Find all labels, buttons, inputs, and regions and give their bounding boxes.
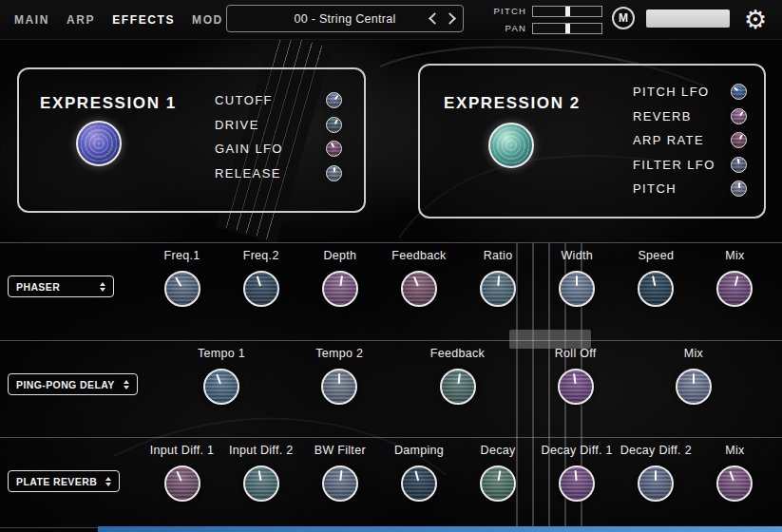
knob-group-feedback: Feedback (376, 249, 462, 307)
expression-param-label: DRIVE (215, 118, 259, 132)
tab-main[interactable]: MAIN (6, 13, 58, 27)
knob-mix[interactable] (676, 369, 712, 405)
knob-group-tempo-1: Tempo 1 (179, 347, 264, 405)
knob-label: Decay (455, 444, 541, 457)
knob-decay-diff-1[interactable] (559, 466, 595, 502)
preset-prev-icon[interactable] (429, 12, 441, 25)
knob-pointer (731, 156, 748, 173)
pitch-slider[interactable] (532, 6, 602, 17)
effect-selector-phaser[interactable]: PHASER (8, 276, 114, 297)
knob-group-speed: Speed (613, 249, 698, 307)
knob-decay[interactable] (480, 466, 516, 502)
knob-freq-1[interactable] (164, 271, 200, 307)
expression-param-row: DRIVE (215, 113, 342, 138)
knob-tempo-1[interactable] (203, 369, 239, 405)
knob-pointer (322, 271, 358, 307)
preset-next-icon[interactable] (444, 12, 456, 25)
expression-param-label: RELEASE (215, 166, 281, 180)
knob-bw-filter[interactable] (322, 466, 358, 502)
knob-pointer (715, 269, 754, 308)
mini-knob-arp-rate[interactable] (731, 132, 747, 148)
knob-label: Width (534, 249, 620, 262)
knob-label: Feedback (376, 249, 462, 262)
mini-knob-pitch-lfo[interactable] (731, 84, 747, 100)
expression-param-label: REVERB (633, 109, 692, 124)
knob-freq-2[interactable] (243, 271, 279, 307)
knob-feedback[interactable] (401, 271, 437, 307)
knob-group-damping: Damping (376, 444, 462, 502)
knob-speed[interactable] (638, 271, 674, 307)
effect-selector-ping-pong-delay[interactable]: PING-PONG DELAY (8, 373, 138, 395)
effect-selector-label: PHASER (16, 281, 60, 293)
knob-roll-off[interactable] (558, 369, 594, 405)
expression-param-label: PITCH (633, 181, 677, 196)
knob-pointer (161, 463, 203, 505)
pan-slider-handle[interactable] (565, 24, 570, 33)
knob-pointer (557, 369, 593, 405)
expression-2-knob[interactable] (488, 123, 534, 168)
tab-arp[interactable]: ARP (58, 13, 104, 27)
knob-label: Tempo 2 (296, 347, 382, 360)
knob-tempo-2[interactable] (321, 369, 357, 405)
knob-width[interactable] (559, 271, 595, 307)
knob-pointer (729, 82, 749, 102)
knob-group-feedback: Feedback (415, 347, 501, 405)
expression-param-label: ARP RATE (633, 133, 704, 147)
knob-pointer (639, 467, 672, 500)
knob-label: Mix (651, 347, 736, 360)
knob-label: Ratio (455, 249, 541, 262)
bottom-scrollbar[interactable] (98, 526, 782, 532)
preset-selector[interactable]: 00 - String Central (226, 5, 464, 32)
master-level-slider[interactable] (646, 10, 730, 28)
mini-knob-drive[interactable] (326, 117, 342, 133)
knob-pointer (439, 369, 475, 405)
settings-gear-icon[interactable]: ⚙ (744, 1, 767, 39)
knob-group-decay-diff-2: Decay Diff. 2 (613, 444, 698, 502)
knob-mix[interactable] (716, 271, 753, 307)
knob-label: Damping (376, 444, 462, 457)
mini-knob-reverb[interactable] (731, 108, 747, 124)
knob-ratio[interactable] (480, 271, 516, 307)
expression-1-knob[interactable] (76, 121, 122, 166)
knob-label: Mix (692, 444, 777, 457)
knob-input-diff-1[interactable] (164, 466, 200, 502)
knob-pointer (637, 270, 675, 308)
tab-effects[interactable]: EFFECTS (104, 13, 183, 27)
effect-row-plate-reverb: PLATE REVERBInput Diff. 1Input Diff. 2BW… (0, 437, 782, 527)
mini-knob-filter-lfo[interactable] (731, 157, 747, 173)
knob-label: Tempo 1 (179, 347, 264, 360)
expression-1-params: CUTOFFDRIVEGAIN LFORELEASE (215, 88, 342, 185)
effect-selector-plate-reverb[interactable]: PLATE REVERB (8, 470, 120, 492)
knob-group-input-diff-2: Input Diff. 2 (219, 444, 304, 502)
knob-label: Speed (613, 249, 698, 262)
knob-mix[interactable] (716, 466, 753, 502)
expression-param-row: ARP RATE (633, 128, 747, 153)
knob-group-bw-filter: BW Filter (297, 444, 383, 502)
knob-depth[interactable] (322, 271, 358, 307)
expression-param-label: GAIN LFO (215, 142, 283, 156)
knob-pointer (240, 269, 281, 310)
mini-knob-release[interactable] (326, 165, 342, 181)
mini-knob-pitch[interactable] (731, 180, 747, 197)
expression-param-label: PITCH LFO (633, 85, 710, 99)
knob-group-roll-off: Roll Off (533, 347, 619, 405)
mini-knob-gain-lfo[interactable] (326, 141, 342, 157)
knob-input-diff-2[interactable] (243, 466, 279, 502)
knob-pointer (677, 370, 710, 403)
expression-1-title: EXPRESSION 1 (40, 94, 177, 113)
knob-pointer (729, 106, 749, 126)
knob-feedback[interactable] (440, 369, 476, 405)
knob-label: Freq.1 (140, 249, 225, 262)
knob-damping[interactable] (401, 466, 437, 502)
tab-mod[interactable]: MOD (183, 13, 232, 27)
knob-label: BW Filter (297, 444, 383, 457)
pan-slider[interactable] (532, 23, 602, 34)
knob-group-width: Width (534, 249, 620, 307)
knob-decay-diff-2[interactable] (638, 466, 674, 502)
mini-knob-cutoff[interactable] (326, 92, 342, 108)
knob-pointer (324, 140, 343, 159)
mute-button[interactable]: M (612, 7, 635, 29)
knob-pointer (324, 90, 344, 110)
expression-param-row: PITCH LFO (633, 80, 747, 104)
pitch-slider-handle[interactable] (565, 7, 570, 16)
